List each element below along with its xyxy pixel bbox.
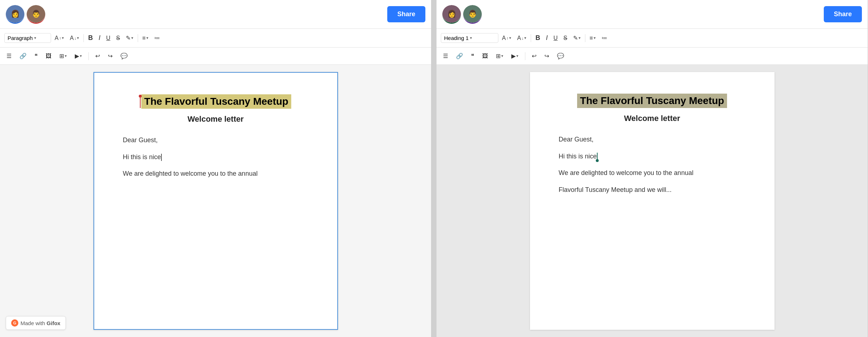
image-button[interactable]: 🖼	[44, 51, 54, 61]
left-style-select[interactable]: Paragraph ▾	[4, 33, 51, 43]
right-font-size-up-button[interactable]: A ↑ ▾	[500, 33, 513, 43]
right-blockquote-icon: ❝	[471, 53, 474, 59]
right-chevron-icon: ▾	[509, 36, 511, 40]
right-document[interactable]: The Flavorful Tuscany Meetup Welcome let…	[530, 72, 775, 330]
right-para-3: We are delighted to welcome you to the a…	[559, 167, 746, 179]
right-image-button[interactable]: 🖼	[480, 51, 490, 61]
redo-button[interactable]: ↪	[106, 51, 115, 61]
redo-icon: ↪	[108, 53, 113, 59]
left-extra-toolbar: ☰ 🔗 ❝ 🖼 ⊞ ▾ ▶ ▾ ↩ ↪ 💬	[0, 48, 431, 65]
right-list-ordered-button[interactable]: ≔	[599, 33, 609, 43]
right-font-size-down-button[interactable]: A ↓ ▾	[515, 33, 529, 43]
chevron-icon6: ▾	[80, 54, 82, 58]
right-undo-icon: ↩	[532, 53, 536, 59]
avatar-user2: 👨	[27, 5, 45, 24]
right-bullet-list-icon: ☰	[443, 53, 448, 59]
bold-button[interactable]: B	[86, 33, 95, 43]
font-size-down-button[interactable]: A ↓ ▾	[68, 33, 81, 43]
right-comment-icon: 💬	[557, 53, 564, 59]
left-para-1: Dear Guest,	[123, 135, 309, 146]
right-para-1: Dear Guest,	[559, 134, 746, 145]
right-align-button[interactable]: ≡ ▾	[588, 33, 598, 43]
list-ordered-icon: ≔	[154, 35, 160, 41]
undo-icon: ↩	[95, 53, 100, 59]
strikethrough-button[interactable]: S	[114, 33, 122, 43]
right-highlight-button[interactable]: ✎ ▾	[571, 33, 583, 43]
right-highlight-icon: ✎	[573, 35, 578, 41]
bullet-list-icon: ☰	[6, 53, 12, 59]
right-style-select-label: Heading 1	[444, 35, 469, 41]
comment-button[interactable]: 💬	[118, 51, 130, 61]
text-cursor	[161, 154, 162, 161]
media-icon: ▶	[75, 53, 79, 59]
right-bold-button[interactable]: B	[533, 33, 542, 43]
right-italic-button[interactable]: I	[544, 33, 550, 43]
left-format-toolbar: Paragraph ▾ A ↑ ▾ A ↓ ▾ B I U S ✎ ▾ ≡ ▾ …	[0, 29, 431, 48]
right-share-button[interactable]: Share	[824, 6, 862, 22]
right-heading-text: The Flavorful Tuscany Meetup	[577, 94, 727, 108]
made-with-label: Made with Gifox	[20, 320, 60, 326]
right-divider-2	[585, 34, 585, 42]
avatar-user4: 👨	[463, 5, 482, 24]
left-editor-content[interactable]: The Flavorful Tuscany Meetup Welcome let…	[0, 65, 431, 337]
right-para-2: Hi this is nice	[559, 151, 746, 162]
align-button[interactable]: ≡ ▾	[140, 33, 151, 43]
panel-divider	[431, 0, 437, 337]
left-doc-body[interactable]: Dear Guest, Hi this is nice We are delig…	[123, 135, 309, 179]
divider-2	[138, 34, 138, 42]
link-button[interactable]: 🔗	[17, 51, 29, 61]
right-bullet-list-button[interactable]: ☰	[441, 51, 450, 61]
right-chevron-icon3: ▾	[579, 36, 581, 40]
right-media-button[interactable]: ▶ ▾	[509, 51, 521, 61]
table-icon: ⊞	[59, 53, 64, 59]
avatar-img-3: 👩	[442, 5, 461, 23]
italic-button[interactable]: I	[96, 33, 102, 43]
left-heading-text: The Flavorful Tuscany Meetup	[141, 94, 291, 109]
divider-3	[88, 52, 89, 60]
right-align-icon: ≡	[590, 35, 593, 41]
cursor-red	[140, 96, 141, 108]
table-button[interactable]: ⊞ ▾	[57, 51, 69, 61]
highlight-button[interactable]: ✎ ▾	[124, 33, 136, 43]
avatar-user1: 👩	[6, 5, 24, 24]
left-document[interactable]: The Flavorful Tuscany Meetup Welcome let…	[93, 72, 338, 330]
undo-button[interactable]: ↩	[93, 51, 102, 61]
right-format-toolbar: Heading 1 ▾ A ↑ ▾ A ↓ ▾ B I U S ✎ ▾ ≡ ▾ …	[437, 29, 868, 48]
left-share-button[interactable]: Share	[387, 6, 425, 22]
link-icon: 🔗	[19, 53, 27, 59]
avatar-img-2: 👨	[27, 5, 45, 23]
right-doc-heading: The Flavorful Tuscany Meetup	[559, 94, 746, 108]
made-with-badge: G Made with Gifox	[6, 316, 66, 330]
right-link-button[interactable]: 🔗	[454, 51, 465, 61]
right-image-icon: 🖼	[482, 53, 488, 59]
highlight-icon: ✎	[126, 35, 131, 41]
right-comment-button[interactable]: 💬	[555, 51, 566, 61]
media-button[interactable]: ▶ ▾	[73, 51, 84, 61]
underline-button[interactable]: U	[104, 33, 113, 43]
right-font-up-label: A	[502, 35, 506, 41]
right-font-down-label: A	[517, 35, 521, 41]
right-avatars: 👩 👨	[442, 5, 482, 24]
right-editor-content[interactable]: The Flavorful Tuscany Meetup Welcome let…	[437, 65, 868, 337]
font-size-up-label: A	[55, 35, 59, 41]
bullet-list-button[interactable]: ☰	[4, 51, 14, 61]
right-blockquote-button[interactable]: ❝	[469, 51, 476, 61]
right-chevron-down-icon: ▾	[470, 36, 472, 40]
right-underline-button[interactable]: U	[551, 33, 560, 43]
right-redo-button[interactable]: ↪	[542, 51, 551, 61]
list-ordered-button[interactable]: ≔	[152, 33, 162, 43]
align-icon: ≡	[142, 35, 146, 41]
right-chevron-icon4: ▾	[594, 36, 596, 40]
right-link-icon: 🔗	[456, 53, 463, 59]
left-doc-subtitle: Welcome letter	[123, 114, 309, 124]
right-style-select[interactable]: Heading 1 ▾	[441, 33, 498, 43]
right-doc-body[interactable]: Dear Guest, Hi this is nice We are delig…	[559, 134, 746, 195]
blockquote-button[interactable]: ❝	[32, 51, 40, 61]
font-size-up-button[interactable]: A ↑ ▾	[52, 33, 66, 43]
right-strikethrough-button[interactable]: S	[561, 33, 570, 43]
right-undo-button[interactable]: ↩	[530, 51, 539, 61]
right-table-button[interactable]: ⊞ ▾	[494, 51, 506, 61]
right-para-4: Flavorful Tuscany Meetup and we will...	[559, 184, 746, 196]
avatar-img-1: 👩	[6, 5, 24, 23]
chevron-icon: ▾	[62, 36, 64, 40]
